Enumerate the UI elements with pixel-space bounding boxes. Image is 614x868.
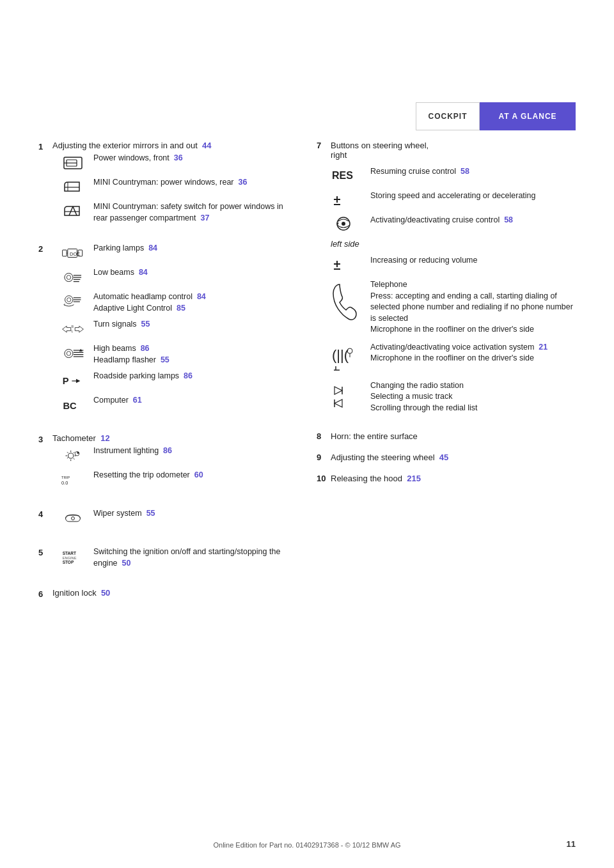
section-7-title: Buttons on steering wheel,right xyxy=(331,141,576,160)
list-item: Increasing or reducing volume xyxy=(331,255,576,273)
telephone-text: Telephone Press: accepting and ending a … xyxy=(370,279,576,336)
instrument-lighting-text: Instrument lighting 86 xyxy=(93,446,297,457)
wiper-system-icon xyxy=(59,508,87,527)
svg-text:ENGINE: ENGINE xyxy=(63,556,77,560)
radio-music-text: Changing the radio station Selecting a m… xyxy=(370,380,576,414)
parking-lamps-text: Parking lamps 84 xyxy=(93,243,297,254)
list-item: RES Resuming cruise control 58 xyxy=(331,166,576,184)
svg-point-39 xyxy=(68,453,74,458)
auto-headlamp-text: Automatic headlamp control 84 Adaptive L… xyxy=(93,291,297,314)
list-item: R L Turn signals 55 xyxy=(59,319,297,338)
computer-icon: BC xyxy=(59,395,87,414)
at-a-glance-tab[interactable]: AT A GLANCE xyxy=(480,102,576,130)
header-tabs: COCKPIT AT A GLANCE xyxy=(377,102,576,130)
svg-text:(||(: (||( xyxy=(332,347,349,363)
section-number-8: 8 xyxy=(317,431,331,441)
section-8: 8 Horn: the entire surface xyxy=(317,431,576,441)
low-beams-icon xyxy=(59,267,87,286)
svg-marker-25 xyxy=(75,326,83,332)
voice-activation-icon: (||( xyxy=(331,342,363,374)
radio-music-icon xyxy=(331,380,363,412)
section-1-title: Adjusting the exterior mirrors in and ou… xyxy=(52,141,297,150)
svg-text:TRIP: TRIP xyxy=(61,476,70,479)
section-number-1: 1 xyxy=(38,142,52,151)
page-number: 11 xyxy=(567,839,576,849)
start-stop-text: Switching the ignition on/off and starti… xyxy=(93,546,297,569)
svg-text:0.0: 0.0 xyxy=(61,480,68,486)
svg-point-14 xyxy=(67,275,71,280)
section-3-subitems: Instrument lighting 86 TRIP 0.0 xyxy=(59,446,297,489)
svg-marker-37 xyxy=(76,379,81,384)
list-item: P Roadside parking lamps 86 xyxy=(59,371,297,390)
section-4-subitems: Wiper system 55 xyxy=(59,508,297,527)
section-number-4: 4 xyxy=(38,509,52,519)
left-column: 1 Adjusting the exterior mirrors in and … xyxy=(38,141,297,614)
svg-point-20 xyxy=(67,298,71,302)
section-6: 6 Ignition lock 50 xyxy=(38,588,297,600)
svg-point-13 xyxy=(65,273,73,281)
wiper-system-text: Wiper system 55 xyxy=(93,508,297,520)
section-1-subitems: Power windows, front 36 xyxy=(59,153,297,224)
svg-point-52 xyxy=(72,517,75,520)
list-item: MINI Countryman: power windows, rear 36 xyxy=(59,177,297,196)
power-window-rear-text: MINI Countryman: power windows, rear 36 xyxy=(93,177,297,189)
cruise-control-icon xyxy=(331,215,363,233)
svg-text:L: L xyxy=(72,330,74,333)
plus-minus-icon xyxy=(331,190,363,208)
list-item: High beams 86 Headlamp flasher 55 xyxy=(59,343,297,366)
section-9: 9 Adjusting the steering wheel 45 xyxy=(317,453,576,462)
page: COCKPIT AT A GLANCE 1 Adjusting the exte… xyxy=(0,0,614,868)
auto-headlamp-icon xyxy=(59,291,87,311)
list-item: Low beams 84 xyxy=(59,267,297,286)
svg-line-45 xyxy=(74,458,75,460)
section-5-subitems: START ENGINE STOP Switching the ignition… xyxy=(59,546,297,569)
trip-odometer-icon: TRIP 0.0 xyxy=(59,470,87,489)
section-6-title: Ignition lock 50 xyxy=(52,588,297,598)
section-10-title: Releasing the hood 215 xyxy=(331,474,421,483)
svg-rect-7 xyxy=(63,250,67,256)
svg-line-47 xyxy=(67,457,68,458)
power-window-rear-icon xyxy=(59,177,87,196)
list-item: Wiper system 55 xyxy=(59,508,297,527)
list-item: Telephone Press: accepting and ending a … xyxy=(331,279,576,336)
svg-line-5 xyxy=(73,206,77,215)
list-item: Instrument lighting 86 xyxy=(59,446,297,465)
list-item: MINI Countryman: safety switch for power… xyxy=(59,201,297,224)
voice-activation-text: Activating/deactivating voice activation… xyxy=(370,342,576,364)
svg-line-44 xyxy=(67,452,68,453)
list-item: Power windows, front 36 xyxy=(59,153,297,172)
power-window-front-text: Power windows, front 36 xyxy=(93,153,297,164)
section-5: 5 START ENGINE STOP xyxy=(38,546,297,574)
section-9-title: Adjusting the steering wheel 45 xyxy=(331,453,448,462)
instrument-lighting-icon xyxy=(59,446,87,465)
section-1-ref[interactable]: 44 xyxy=(202,141,211,150)
svg-marker-24 xyxy=(63,326,71,332)
section-4: 4 xyxy=(38,508,297,532)
at-a-glance-label: AT A GLANCE xyxy=(498,112,556,121)
list-item: DOC Parking lamps 84 xyxy=(59,243,297,262)
list-item: Changing the radio station Selecting a m… xyxy=(331,380,576,414)
volume-plus-minus-icon xyxy=(331,255,363,273)
trip-odometer-text: Resetting the trip odometer 60 xyxy=(93,470,297,481)
section-2: 2 xyxy=(38,243,297,419)
high-beams-icon xyxy=(59,343,87,362)
safety-switch-text: MINI Countryman: safety switch for power… xyxy=(93,201,297,224)
cockpit-label: COCKPIT xyxy=(429,112,468,121)
svg-marker-74 xyxy=(335,399,342,407)
roadside-parking-lamps-text: Roadside parking lamps 86 xyxy=(93,371,297,382)
svg-marker-72 xyxy=(335,387,342,394)
section-2-subitems: DOC Parking lamps 84 xyxy=(59,243,297,414)
section-3: 3 Tachometer 12 xyxy=(38,433,297,494)
left-side-label: left side xyxy=(331,239,576,249)
svg-rect-51 xyxy=(66,515,81,522)
footer: Online Edition for Part no. 01402917368 … xyxy=(0,841,614,849)
cockpit-tab[interactable]: COCKPIT xyxy=(416,102,480,130)
section-3-title: Tachometer 12 xyxy=(52,433,297,443)
section-number-5: 5 xyxy=(38,548,52,557)
svg-text:START: START xyxy=(63,551,76,555)
section-number-2: 2 xyxy=(38,244,52,254)
svg-text:STOP: STOP xyxy=(63,560,74,564)
safety-switch-icon xyxy=(59,201,87,221)
list-item: Automatic headlamp control 84 Adaptive L… xyxy=(59,291,297,314)
svg-text:DOC: DOC xyxy=(70,251,81,257)
